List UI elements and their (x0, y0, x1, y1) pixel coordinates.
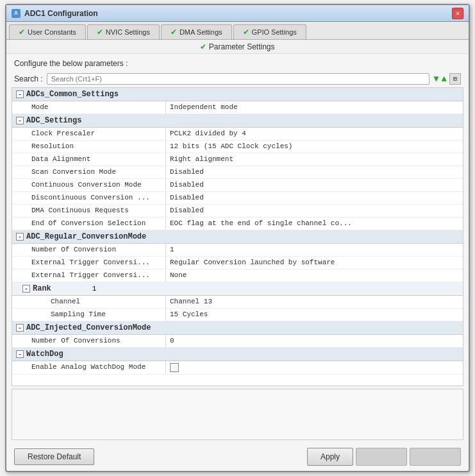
section-name-adc-injected: ADC_Injected_ConversionMode (26, 323, 151, 332)
param-name: Number Of Conversions (12, 335, 166, 347)
param-row: External Trigger Conversi... None (12, 269, 463, 282)
param-row: Channel Channel 13 (12, 296, 463, 309)
tabs-row: ✔ User Constants ✔ NVIC Settings ✔ DMA S… (6, 22, 469, 40)
placeholder-button-1[interactable] (356, 448, 407, 466)
section-toggle-adc-regular[interactable]: - (16, 233, 24, 241)
watchdog-checkbox[interactable] (170, 363, 179, 372)
window-icon: A (12, 9, 21, 18)
param-row: Discontinuous Conversion ... Disabled (12, 192, 463, 205)
param-value[interactable]: Independent mode (166, 101, 463, 114)
tab-gpio-settings[interactable]: ✔ GPIO Settings (233, 24, 306, 39)
section-adcs-common: - ADCs_Common_Settings (12, 88, 463, 101)
param-value[interactable]: Disabled (166, 166, 463, 178)
section-toggle-adc-injected[interactable]: - (16, 324, 24, 332)
bottom-area (12, 389, 463, 440)
tab-check-icon: ✔ (243, 28, 249, 37)
tab-check-icon: ✔ (171, 28, 177, 37)
param-row: External Trigger Conversi... Regular Con… (12, 257, 463, 269)
tab-check-icon: ✔ (97, 28, 103, 37)
param-row: End Of Conversion Selection EOC flag at … (12, 217, 463, 230)
param-name: Channel (12, 296, 166, 308)
tab-dma-settings[interactable]: ✔ DMA Settings (161, 24, 232, 39)
param-name: External Trigger Conversi... (12, 269, 166, 282)
arrow-down-icon[interactable]: ▼ (433, 74, 438, 84)
param-value[interactable]: Regular Conversion launched by software (166, 257, 463, 269)
grid-view-icon[interactable]: ⊞ (449, 73, 461, 85)
param-value[interactable]: 15 Cycles (166, 309, 463, 321)
rank-label: Rank (33, 284, 51, 293)
search-input[interactable] (47, 73, 429, 85)
search-label: Search : (14, 74, 43, 83)
tab-user-constants[interactable]: ✔ User Constants (9, 24, 86, 39)
param-value[interactable]: Right alignment (166, 153, 463, 166)
search-icons: ▼ ▲ ⊞ (433, 73, 461, 85)
section-toggle-adcs-common[interactable]: - (16, 90, 24, 98)
param-name: Clock Prescaler (12, 128, 166, 140)
tab-label: User Constants (28, 28, 76, 36)
param-name: External Trigger Conversi... (12, 257, 166, 269)
param-row-watchdog: Enable Analog WatchDog Mode (12, 361, 463, 375)
param-settings-row: ✔ Parameter Settings (6, 40, 469, 54)
restore-default-button[interactable]: Restore Default (14, 448, 94, 465)
window-title: ADC1 Configuration (24, 9, 98, 18)
content-area: Configure the below parameters : Search … (6, 54, 469, 471)
param-row: Mode Independent mode (12, 101, 463, 114)
param-name: Mode (12, 101, 166, 114)
param-name: End Of Conversion Selection (12, 217, 166, 230)
param-row: Number Of Conversions 0 (12, 335, 463, 348)
section-name-adc-settings: ADC_Settings (26, 116, 81, 125)
title-bar-left: A ADC1 Configuration (12, 9, 98, 18)
section-toggle-adc-settings[interactable]: - (16, 117, 24, 124)
param-row: Scan Conversion Mode Disabled (12, 166, 463, 179)
tab-label: NVIC Settings (106, 28, 150, 36)
right-buttons: Apply (307, 448, 461, 466)
main-window: A ADC1 Configuration ✕ ✔ User Constants … (5, 4, 470, 472)
configure-label: Configure the below parameters : (6, 54, 469, 71)
param-name-watchdog: Enable Analog WatchDog Mode (12, 361, 166, 374)
button-row: Restore Default Apply (6, 443, 469, 471)
title-bar: A ADC1 Configuration ✕ (6, 5, 469, 22)
param-row: Continuous Conversion Mode Disabled (12, 179, 463, 192)
close-button[interactable]: ✕ (452, 8, 463, 19)
tab-nvic-settings[interactable]: ✔ NVIC Settings (87, 24, 160, 39)
param-name: Scan Conversion Mode (12, 166, 166, 178)
param-row: Sampling Time 15 Cycles (12, 309, 463, 321)
param-value[interactable]: EOC flag at the end of single channel co… (166, 217, 463, 230)
param-value[interactable]: PCLK2 divided by 4 (166, 128, 463, 140)
param-name: Data Alignment (12, 153, 166, 166)
param-row: Number Of Conversion 1 (12, 244, 463, 257)
param-name: Discontinuous Conversion ... (12, 192, 166, 204)
rank-value: 1 (92, 285, 97, 293)
search-row: Search : ▼ ▲ ⊞ (6, 71, 469, 87)
tab-check-icon: ✔ (19, 28, 25, 37)
param-row: DMA Continuous Requests Disabled (12, 205, 463, 217)
param-value[interactable]: Channel 13 (166, 296, 463, 308)
param-name: Resolution (12, 140, 166, 153)
param-value[interactable]: 12 bits (15 ADC Clock cycles) (166, 140, 463, 153)
section-name-adcs-common: ADCs_Common_Settings (26, 90, 119, 99)
param-value[interactable]: 1 (166, 244, 463, 256)
apply-button[interactable]: Apply (307, 448, 353, 466)
param-settings-check-icon: ✔ (200, 42, 206, 51)
section-adc-settings: - ADC_Settings (12, 114, 463, 128)
param-name: Continuous Conversion Mode (12, 179, 166, 191)
param-value[interactable]: Disabled (166, 192, 463, 204)
param-row: Clock Prescaler PCLK2 divided by 4 (12, 128, 463, 140)
section-toggle-watchdog[interactable]: - (16, 350, 24, 358)
tab-label: DMA Settings (179, 28, 222, 36)
param-value[interactable]: Disabled (166, 179, 463, 191)
param-name: Sampling Time (12, 309, 166, 321)
param-name: Number Of Conversion (12, 244, 166, 256)
param-name: DMA Continuous Requests (12, 205, 166, 217)
tab-label: GPIO Settings (252, 28, 297, 36)
arrow-up-icon[interactable]: ▲ (442, 74, 447, 84)
param-value[interactable]: 0 (166, 335, 463, 347)
param-row: Data Alignment Right alignment (12, 153, 463, 166)
checkbox-cell (166, 361, 183, 374)
param-value[interactable]: Disabled (166, 205, 463, 217)
section-toggle-rank[interactable]: - (22, 285, 30, 293)
param-value[interactable]: None (166, 269, 463, 282)
param-settings-label: Parameter Settings (209, 42, 275, 51)
param-row: Resolution 12 bits (15 ADC Clock cycles) (12, 140, 463, 153)
placeholder-button-2[interactable] (410, 448, 461, 466)
